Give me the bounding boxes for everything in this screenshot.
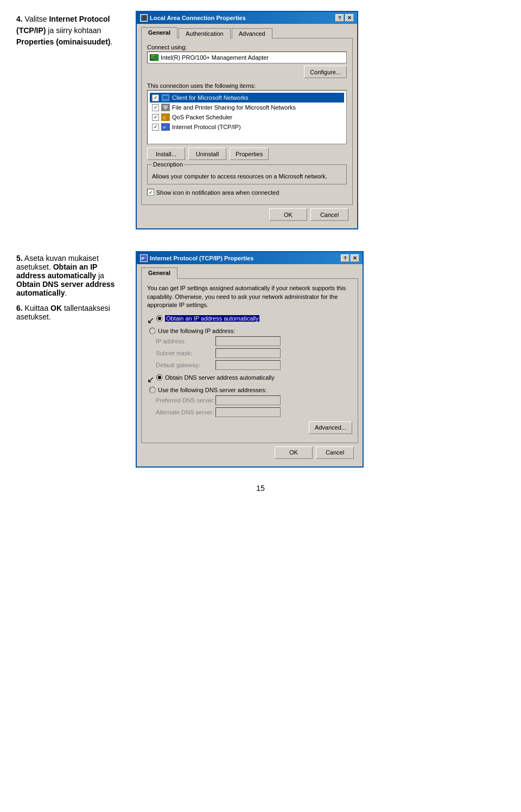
checkbox-qos[interactable]: ✓ (152, 114, 159, 121)
tcpip-tabs: General (141, 268, 358, 279)
list-item-tcpip[interactable]: ✓ IP Internet Protocol (TCP/IP) (150, 122, 344, 132)
item-name-qos: QoS Packet Scheduler (172, 114, 232, 120)
dialog-title: Local Area Connection Properties (150, 15, 246, 21)
advanced-btn-row: Advanced... (147, 421, 352, 434)
arrow-icon-2: ↙ (147, 374, 154, 385)
subnet-mask-input[interactable] (215, 348, 281, 358)
dialog1-cancel-button[interactable]: Cancel (310, 208, 348, 221)
tcpip-dialog: IP Internet Protocol (TCP/IP) Properties… (136, 251, 364, 468)
obtain-dns-radio[interactable] (156, 374, 163, 381)
use-following-ip-row: Use the following IP address: (149, 328, 352, 334)
titlebar-left: ⬛ Local Area Connection Properties (140, 14, 246, 22)
ip-address-input[interactable] (215, 336, 281, 346)
show-icon-checkbox[interactable]: ✓ (147, 189, 154, 196)
step4-paragraph: 4. Valitse Internet Protocol (TCP/IP) ja… (16, 14, 125, 48)
default-gateway-input[interactable] (215, 360, 281, 370)
obtain-ip-radio-row: Obtain an IP address automatically (156, 315, 352, 322)
step4-tcp-link: Internet Protocol (TCP/IP) (16, 15, 110, 35)
tcpip-tab-general[interactable]: General (141, 267, 177, 279)
svg-rect-2 (151, 55, 153, 56)
item-name-sharing: File and Printer Sharing for Microsoft N… (172, 104, 296, 111)
icon-tcpip: IP (161, 123, 170, 131)
ip-address-row: IP address: (156, 336, 352, 346)
svg-rect-8 (164, 108, 167, 110)
dialog-titlebar: ⬛ Local Area Connection Properties ? ✕ (137, 12, 357, 24)
icon-qos: Q (161, 113, 170, 121)
page-number-row: 15 (16, 484, 505, 493)
obtain-ip-section: Obtain an IP address automatically (156, 315, 352, 324)
tab-advanced[interactable]: Advanced (232, 28, 272, 39)
step5-obtain-ip: Obtain an IP address automatically (16, 263, 97, 280)
svg-text:IP: IP (163, 126, 166, 129)
advanced-button[interactable]: Advanced... (309, 421, 352, 434)
tcpip-close-button[interactable]: ✕ (351, 254, 359, 262)
checkbox-tcpip[interactable]: ✓ (152, 124, 159, 131)
list-item-sharing[interactable]: ✓ File and Printer Sharing for Microsoft… (150, 103, 344, 112)
step5-paragraph: 5. Aseta kuvan mukaiset asetukset. Obtai… (16, 254, 125, 297)
tcpip-ok-button[interactable]: OK (275, 446, 313, 459)
alternate-dns-input[interactable] (215, 407, 281, 417)
step6-text: Kuittaa OK tallentaaksesi asetukset. (16, 304, 110, 321)
use-following-dns-row: Use the following DNS server addresses: (149, 387, 352, 393)
checkbox-client[interactable]: ✓ (152, 94, 159, 101)
dialog1-ok-button[interactable]: OK (269, 208, 307, 221)
checkbox-sharing[interactable]: ✓ (152, 104, 159, 111)
svg-rect-5 (163, 96, 168, 99)
preferred-dns-input[interactable] (215, 395, 281, 405)
step5-text: Aseta kuvan mukaiset asetukset. Obtain a… (16, 254, 115, 297)
use-following-dns-radio[interactable] (149, 387, 156, 393)
uninstall-button[interactable]: Uninstall (188, 148, 226, 160)
tcpip-cancel-button[interactable]: Cancel (316, 446, 354, 459)
help-button[interactable]: ? (335, 14, 344, 22)
step6-number: 6. (16, 304, 23, 312)
step4-number: 4. (16, 15, 23, 23)
obtain-dns-radio-row: Obtain DNS server address automatically (156, 374, 352, 381)
arrow-icon-1: ↙ (147, 315, 154, 325)
items-button-row: Install... Uninstall Properties (147, 148, 347, 160)
subnet-mask-label: Subnet mask: (156, 350, 215, 356)
tab-general[interactable]: General (141, 27, 177, 39)
configure-button[interactable]: Configure... (304, 66, 347, 78)
dialog-tabs: General Authentication Advanced (141, 28, 353, 39)
subnet-mask-row: Subnet mask: (156, 348, 352, 358)
arrow-obtain-ip-row: ↙ Obtain an IP address automatically (147, 315, 352, 325)
tcpip-titlebar: IP Internet Protocol (TCP/IP) Properties… (137, 252, 363, 264)
tcpip-help-button[interactable]: ? (341, 254, 350, 262)
item-name-tcpip: Internet Protocol (TCP/IP) (172, 124, 241, 130)
preferred-dns-row: Preferred DNS server: (156, 395, 352, 405)
adapter-name: Intel(R) PRO/100+ Management Adapter (161, 54, 269, 61)
close-button[interactable]: ✕ (345, 14, 354, 22)
tcpip-title: Internet Protocol (TCP/IP) Properties (150, 255, 253, 261)
steps56-text-col: 5. Aseta kuvan mukaiset asetukset. Obtai… (16, 251, 125, 468)
obtain-ip-radio[interactable] (156, 315, 163, 322)
step4-text-col: 4. Valitse Internet Protocol (TCP/IP) ja… (16, 11, 125, 229)
connect-using-label: Connect using: (147, 44, 347, 50)
svg-rect-7 (163, 105, 168, 108)
tab-authentication[interactable]: Authentication (179, 28, 231, 39)
tcpip-tab-content: You can get IP settings assigned automat… (141, 278, 358, 443)
adapter-box: Intel(R) PRO/100+ Management Adapter (147, 52, 347, 63)
show-icon-row: ✓ Show icon in notification area when co… (147, 189, 347, 196)
list-item-qos[interactable]: ✓ Q QoS Packet Scheduler (150, 112, 344, 122)
adapter-icon (150, 54, 158, 61)
page-number: 15 (256, 484, 265, 493)
ip-fields-group: IP address: Subnet mask: Default gateway… (156, 336, 352, 370)
tab-content-general: Connect using: (141, 38, 353, 205)
description-legend: Description (152, 161, 184, 168)
arrow-obtain-dns-row: ↙ Obtain DNS server address automaticall… (147, 374, 352, 385)
item-name-client: Client for Microsoft Networks (172, 94, 249, 101)
default-gateway-label: Default gateway: (156, 362, 215, 368)
lan-properties-dialog: ⬛ Local Area Connection Properties ? ✕ G… (136, 11, 358, 229)
icon-client (161, 94, 170, 101)
step4-properties: Properties (ominaisuudet) (16, 37, 110, 46)
icon-sharing (161, 104, 170, 111)
install-button[interactable]: Install... (147, 148, 185, 160)
page-content: 4. Valitse Internet Protocol (TCP/IP) ja… (16, 11, 505, 493)
preferred-dns-label: Preferred DNS server: (156, 397, 215, 404)
description-text: Allows your computer to access resources… (152, 169, 342, 181)
properties-button[interactable]: Properties (230, 148, 269, 160)
step6-paragraph: 6. Kuittaa OK tallentaaksesi asetukset. (16, 304, 125, 321)
connect-using-group: Connect using: (147, 44, 347, 78)
use-following-ip-radio[interactable] (149, 328, 156, 334)
list-item-client[interactable]: ✓ Client for Microsoft Networks (150, 93, 344, 103)
